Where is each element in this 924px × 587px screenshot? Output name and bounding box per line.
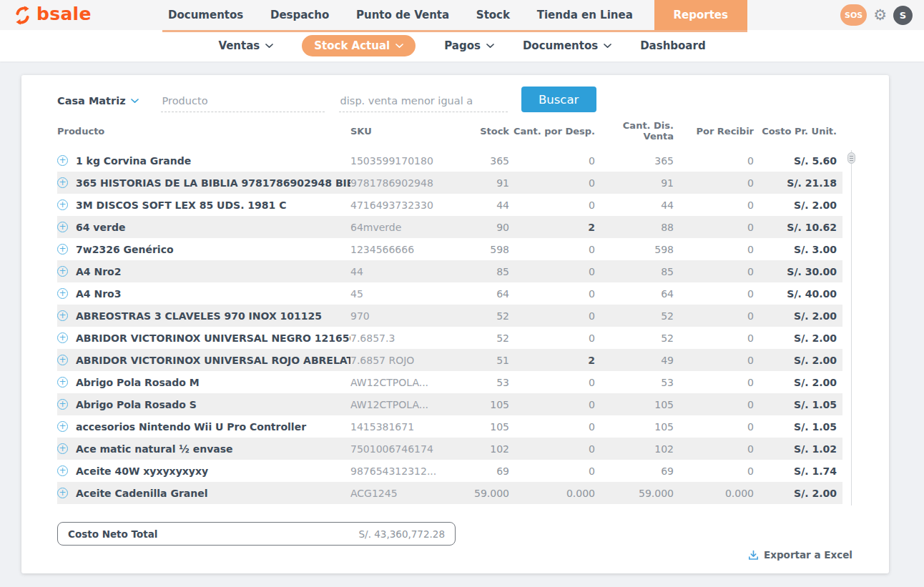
expand-plus-icon[interactable]: + bbox=[57, 421, 68, 432]
bsale-logo[interactable]: bsale bbox=[13, 0, 92, 30]
top-bar: bsale Documentos Despacho Punto de Venta… bbox=[0, 0, 924, 30]
por-recibir-value: 0 bbox=[674, 332, 754, 344]
costo-unit-value: S/. 2.00 bbox=[754, 199, 842, 211]
table-header: Producto SKU Stock Cant. por Desp. Cant.… bbox=[57, 118, 842, 144]
product-sku: 1503599170180 bbox=[350, 155, 458, 167]
stock-value: 105 bbox=[458, 421, 509, 433]
cant-dis-venta-value: 105 bbox=[595, 421, 674, 433]
nav-item-stock[interactable]: Stock bbox=[471, 0, 516, 30]
expand-plus-icon[interactable]: + bbox=[57, 310, 68, 321]
cant-por-desp-value: 0 bbox=[509, 377, 595, 388]
table-row[interactable]: + Aceite 40W xyxyxyxyxy 987654312312... … bbox=[57, 460, 842, 482]
table-row[interactable]: + 365 HISTORIAS DE LA BIBLIA 97817869029… bbox=[57, 172, 842, 194]
table-row[interactable]: + A4 Nro3 45 64 0 64 0 S/. 40.00 bbox=[57, 282, 842, 305]
export-to-excel-button[interactable]: Exportar a Excel bbox=[748, 549, 852, 561]
subnav-item-stock-actual[interactable]: Stock Actual bbox=[302, 35, 416, 56]
stock-value: 85 bbox=[458, 266, 509, 277]
nav-item-punto-de-venta[interactable]: Punto de Venta bbox=[350, 0, 455, 30]
cant-por-desp-value: 0 bbox=[509, 199, 595, 211]
product-search-input[interactable] bbox=[161, 95, 325, 112]
por-recibir-value: 0 bbox=[674, 199, 754, 211]
nav-item-tienda-en-linea[interactable]: Tienda en Linea bbox=[531, 0, 639, 30]
table-row[interactable]: + 7w2326 Genérico 1234566666 598 0 598 0… bbox=[57, 238, 842, 260]
gear-icon[interactable]: ⚙ bbox=[873, 8, 887, 23]
sos-badge[interactable]: SOS bbox=[840, 4, 867, 26]
expand-plus-icon[interactable]: + bbox=[57, 443, 68, 454]
product-name: Aceite Cadenilla Granel bbox=[76, 488, 350, 499]
stock-value: 51 bbox=[458, 355, 509, 366]
expand-plus-icon[interactable]: + bbox=[57, 465, 68, 476]
costo-unit-value: S/. 2.00 bbox=[754, 332, 842, 344]
expand-plus-icon[interactable]: + bbox=[57, 488, 68, 498]
product-sku: 7.6857.3 bbox=[350, 332, 458, 344]
expand-plus-icon[interactable]: + bbox=[57, 399, 68, 410]
column-header-cant-dis-venta: Cant. Dis. Venta bbox=[595, 120, 674, 142]
table-row[interactable]: + ABRIDOR VICTORINOX UNIVERSAL ROJO ABRE… bbox=[57, 349, 842, 371]
por-recibir-value: 0 bbox=[674, 244, 754, 255]
product-sku: 7501006746174 bbox=[350, 443, 458, 455]
nav-item-reportes[interactable]: Reportes bbox=[654, 0, 747, 30]
total-summary-box: Costo Neto Total S/. 43,360,772.28 bbox=[57, 522, 456, 546]
logo-wordmark: bsale bbox=[36, 5, 92, 25]
cant-por-desp-value: 0 bbox=[509, 266, 595, 277]
total-label: Costo Neto Total bbox=[68, 528, 157, 540]
cant-dis-venta-value: 53 bbox=[595, 377, 674, 388]
cant-por-desp-value: 0 bbox=[509, 155, 595, 167]
expand-plus-icon[interactable]: + bbox=[57, 222, 68, 232]
table-row[interactable]: + ABREOSTRAS 3 CLAVELES 970 INOX 101125 … bbox=[57, 305, 842, 327]
search-button[interactable]: Buscar bbox=[521, 87, 596, 112]
table-row[interactable]: + Abrigo Pola Rosado M AW12CTPOLA... 53 … bbox=[57, 371, 842, 393]
user-avatar[interactable]: S bbox=[893, 6, 913, 25]
product-name: A4 Nro3 bbox=[76, 288, 350, 300]
product-name: ABRIDOR VICTORINOX UNIVERSAL NEGRO 12165… bbox=[76, 332, 350, 344]
table-row[interactable]: + 1 kg Corvina Grande 1503599170180 365 … bbox=[57, 149, 842, 172]
subnav-label: Pagos bbox=[444, 39, 481, 52]
cant-dis-venta-value: 44 bbox=[595, 199, 674, 211]
subnav-label: Documentos bbox=[523, 39, 598, 52]
table-row[interactable]: + Abrigo Pola Rosado S AW12CTPOLA... 105… bbox=[57, 393, 842, 415]
product-sku: 970 bbox=[350, 310, 458, 322]
expand-plus-icon[interactable]: + bbox=[57, 288, 68, 299]
branch-selector-label: Casa Matriz bbox=[57, 95, 126, 107]
table-row[interactable]: + Aceite Cadenilla Granel ACG1245 59.000… bbox=[57, 482, 842, 504]
expand-plus-icon[interactable]: + bbox=[57, 377, 68, 388]
table-row[interactable]: + A4 Nro2 44 85 0 85 0 S/. 30.00 bbox=[57, 260, 842, 282]
subnav-item-dashboard[interactable]: Dashboard bbox=[640, 39, 705, 52]
product-sku: 1415381671 bbox=[350, 421, 458, 433]
expand-plus-icon[interactable]: + bbox=[57, 266, 68, 277]
subnav-item-ventas[interactable]: Ventas bbox=[218, 39, 273, 52]
scrollbar-track[interactable] bbox=[851, 150, 852, 505]
expand-plus-icon[interactable]: + bbox=[57, 244, 68, 255]
subnav-item-pagos[interactable]: Pagos bbox=[444, 39, 494, 52]
expand-plus-icon[interactable]: + bbox=[57, 199, 68, 210]
expand-plus-icon[interactable]: + bbox=[57, 332, 68, 343]
expand-plus-icon[interactable]: + bbox=[57, 177, 68, 188]
branch-selector[interactable]: Casa Matriz bbox=[57, 95, 139, 112]
table-row[interactable]: + ABRIDOR VICTORINOX UNIVERSAL NEGRO 121… bbox=[57, 327, 842, 349]
costo-unit-value: S/. 1.74 bbox=[754, 465, 842, 477]
costo-unit-value: S/. 10.62 bbox=[754, 222, 842, 233]
cant-dis-venta-value: 91 bbox=[595, 177, 674, 189]
cant-por-desp-value: 0 bbox=[509, 310, 595, 322]
cant-dis-venta-value: 59.000 bbox=[595, 488, 674, 499]
subnav-item-documentos[interactable]: Documentos bbox=[523, 39, 611, 52]
nav-item-documentos[interactable]: Documentos bbox=[162, 0, 249, 30]
scrollbar-thumb[interactable] bbox=[847, 152, 855, 164]
nav-item-despacho[interactable]: Despacho bbox=[265, 0, 335, 30]
disp-venta-input[interactable] bbox=[339, 95, 508, 112]
table-row[interactable]: + 64 verde 64mverde 90 2 88 0 S/. 10.62 bbox=[57, 216, 842, 238]
table-body: + 1 kg Corvina Grande 1503599170180 365 … bbox=[57, 149, 842, 504]
expand-plus-icon[interactable]: + bbox=[57, 155, 68, 166]
table-row[interactable]: + 3M DISCOS SOFT LEX 85 UDS. 1981 C 4716… bbox=[57, 194, 842, 216]
costo-unit-value: S/. 21.18 bbox=[754, 177, 842, 189]
chevron-down-icon bbox=[265, 44, 273, 49]
stock-value: 598 bbox=[458, 244, 509, 255]
table-row[interactable]: + Ace matic natural ½ envase 75010067461… bbox=[57, 438, 842, 460]
expand-plus-icon[interactable]: + bbox=[57, 355, 68, 365]
cant-dis-venta-value: 102 bbox=[595, 443, 674, 455]
table-row[interactable]: + accesorios Nintendo Wii U Pro Controll… bbox=[57, 415, 842, 438]
product-name: Ace matic natural ½ envase bbox=[76, 443, 350, 455]
chevron-down-icon bbox=[486, 44, 494, 49]
cant-por-desp-value: 0 bbox=[509, 244, 595, 255]
por-recibir-value: 0 bbox=[674, 222, 754, 233]
